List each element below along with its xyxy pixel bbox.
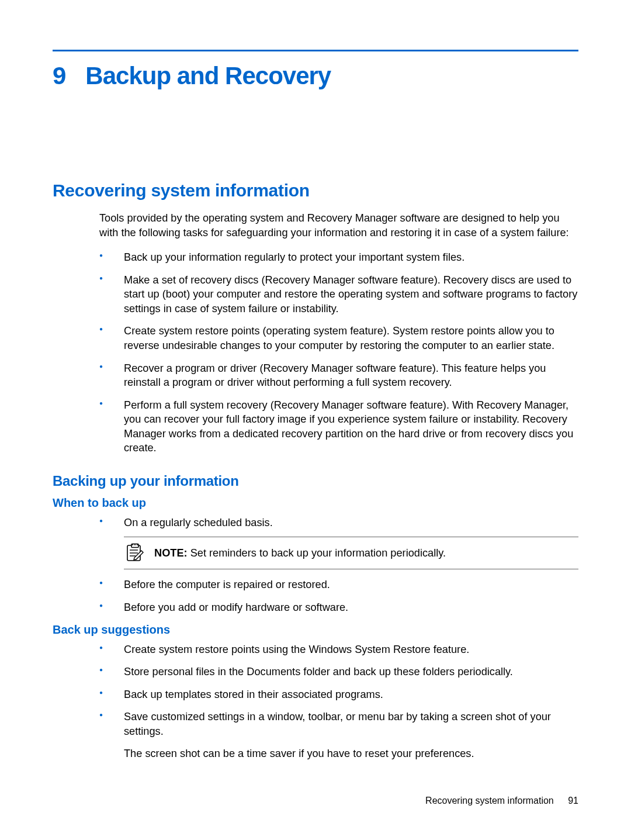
svg-point-4 <box>137 545 138 546</box>
list-item: On a regularly scheduled basis. <box>99 516 578 570</box>
section-intro: Tools provided by the operating system a… <box>99 211 578 240</box>
section-heading: Recovering system information <box>53 181 578 201</box>
footer-title: Recovering system information <box>425 796 554 806</box>
list-item: Store personal files in the Documents fo… <box>99 665 578 679</box>
footer-page-number: 91 <box>568 796 578 806</box>
list-item-text: Save customized settings in a window, to… <box>124 711 551 737</box>
top-rule <box>53 50 578 51</box>
chapter-number: 9 <box>53 62 65 90</box>
chapter-heading: 9 Backup and Recovery <box>53 62 578 90</box>
chapter-title: Backup and Recovery <box>85 62 331 90</box>
suggestions-list: Create system restore points using the W… <box>99 642 578 761</box>
list-item: Back up templates stored in their associ… <box>99 687 578 702</box>
note-icon <box>124 543 144 563</box>
list-item: Before the computer is repaired or resto… <box>99 578 578 592</box>
document-page: 9 Backup and Recovery Recovering system … <box>0 0 631 840</box>
list-item: Back up your information regularly to pr… <box>99 250 578 265</box>
list-item: Make a set of recovery discs (Recovery M… <box>99 273 578 316</box>
note-text: NOTE: Set reminders to back up your info… <box>154 547 446 561</box>
when-list: On a regularly scheduled basis. <box>99 516 578 615</box>
note-label: NOTE: <box>154 547 188 559</box>
note-box: NOTE: Set reminders to back up your info… <box>124 537 578 569</box>
svg-point-2 <box>132 545 133 546</box>
list-item: Create system restore points (operating … <box>99 324 578 352</box>
list-item: Before you add or modify hardware or sof… <box>99 600 578 615</box>
list-item-text: On a regularly scheduled basis. <box>124 517 273 528</box>
list-item-subtext: The screen shot can be a time saver if y… <box>124 746 578 761</box>
when-heading: When to back up <box>53 496 578 510</box>
list-item: Create system restore points using the W… <box>99 642 578 657</box>
list-item: Recover a program or driver (Recovery Ma… <box>99 361 578 390</box>
subsection-heading: Backing up your information <box>53 473 578 489</box>
section-bullets: Back up your information regularly to pr… <box>99 250 578 455</box>
note-body: Set reminders to back up your informatio… <box>190 547 446 559</box>
list-item: Save customized settings in a window, to… <box>99 710 578 761</box>
list-item: Perform a full system recovery (Recovery… <box>99 398 578 455</box>
svg-point-3 <box>134 545 136 546</box>
page-footer: Recovering system information 91 <box>425 796 578 806</box>
suggestions-heading: Back up suggestions <box>53 623 578 637</box>
